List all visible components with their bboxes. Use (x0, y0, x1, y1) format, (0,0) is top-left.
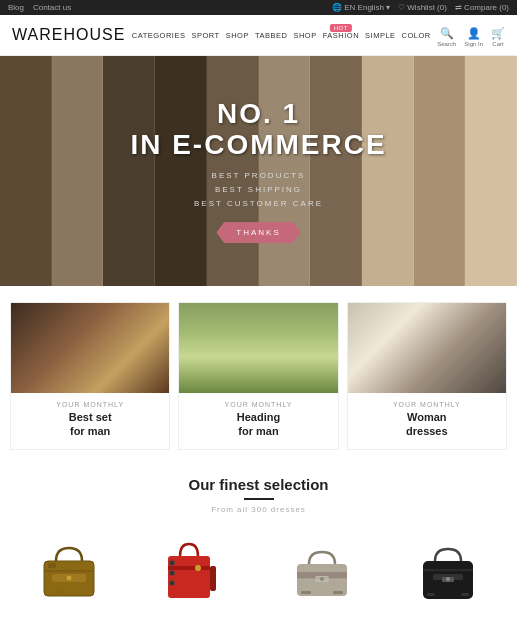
svg-point-12 (170, 570, 175, 575)
topbar-right: 🌐 EN English ▾ ♡ Wishlist (0) ⇌ Compare … (332, 3, 509, 12)
product-card-3[interactable]: Leather bag $40.00 (263, 526, 381, 620)
user-icon: 👤 (467, 27, 481, 39)
feature-card-1-body: Your monthly Best setfor man (11, 393, 169, 447)
svg-point-9 (195, 565, 201, 571)
hero-title: NO. 1 IN E-COMMERCE (0, 99, 517, 161)
hero-section: NO. 1 IN E-COMMERCE BEST PRODUCTS BEST S… (0, 56, 517, 286)
product-1-image: LV (10, 526, 128, 616)
feature-cards: Your monthly Best setfor man Your monthl… (10, 302, 507, 450)
product-card-2[interactable]: Leather bag $50.00 (136, 526, 254, 620)
finest-section: Our finest selection From all 300 dresse… (0, 466, 517, 620)
feature-card-3-image (348, 303, 506, 393)
nav-categories[interactable]: CATEGORIES (132, 31, 186, 40)
product-card-4[interactable]: Leather bag $50.00 (389, 526, 507, 620)
hero-title-line2: IN E-COMMERCE (0, 130, 517, 161)
language-selector[interactable]: 🌐 EN English ▾ (332, 3, 390, 12)
search-button[interactable]: 🔍 Search (437, 23, 456, 47)
hero-button[interactable]: THANKS (216, 222, 300, 243)
feature-card-1-title: Best setfor man (19, 410, 161, 439)
topbar-left: Blog Contact us (8, 3, 71, 12)
svg-rect-5 (48, 563, 56, 568)
main-nav: CATEGORIES SPORT SHOP TABBED SHOP HOT FA… (132, 31, 431, 40)
product-2-image (136, 526, 254, 616)
nav-tabbed[interactable]: TABBED (255, 31, 287, 40)
feature-card-3-title: Womandresses (356, 410, 498, 439)
svg-rect-8 (168, 566, 210, 570)
hero-sub-3: BEST CUSTOMER CARE (0, 197, 517, 211)
product-4-image (389, 526, 507, 616)
cart-button[interactable]: 🛒 Cart (491, 23, 505, 47)
hero-sub-1: BEST PRODUCTS (0, 169, 517, 183)
nav-simple[interactable]: SIMPLE (365, 31, 396, 40)
product-3-image (263, 526, 381, 616)
svg-rect-27 (461, 593, 469, 596)
svg-rect-19 (301, 591, 311, 594)
wishlist-link[interactable]: ♡ Wishlist (0) (398, 3, 447, 12)
finest-title: Our finest selection (10, 476, 507, 493)
nav-fashion[interactable]: HOT FASHION (323, 31, 359, 40)
feature-card-3[interactable]: Your monthly Womandresses (347, 302, 507, 450)
feature-card-1-image (11, 303, 169, 393)
svg-rect-20 (333, 591, 343, 594)
svg-point-11 (170, 560, 175, 565)
feature-card-2-title: Headingfor man (187, 410, 329, 439)
logo[interactable]: WAREHOUSE (12, 27, 125, 43)
hero-content: NO. 1 IN E-COMMERCE BEST PRODUCTS BEST S… (0, 99, 517, 243)
svg-text:LV: LV (56, 590, 63, 595)
signin-button[interactable]: 👤 Sign In (464, 23, 483, 47)
hot-badge: HOT (330, 24, 352, 32)
feature-card-1[interactable]: Your monthly Best setfor man (10, 302, 170, 450)
bag-2-svg (160, 536, 230, 606)
product-card-1[interactable]: LV Leather bag $60.00 (10, 526, 128, 620)
finest-divider (244, 498, 274, 500)
svg-point-17 (320, 577, 324, 581)
cart-icon: 🛒 (491, 27, 505, 39)
nav-shop2[interactable]: SHOP (293, 31, 316, 40)
search-icon: 🔍 (440, 27, 454, 39)
svg-point-3 (67, 575, 72, 580)
nav-shop1[interactable]: SHOP (226, 31, 249, 40)
finest-sub: From all 300 dresses (10, 505, 507, 514)
feature-card-3-body: Your monthly Womandresses (348, 393, 506, 447)
logo-part1: WARE (12, 26, 63, 43)
feature-card-2-body: Your monthly Headingfor man (179, 393, 337, 449)
hero-sub-2: BEST SHIPPING (0, 183, 517, 197)
header: WAREHOUSE CATEGORIES SPORT SHOP TABBED S… (0, 15, 517, 56)
nav-color[interactable]: COLOR (402, 31, 431, 40)
top-bar: Blog Contact us 🌐 EN English ▾ ♡ Wishlis… (0, 0, 517, 15)
contact-link[interactable]: Contact us (33, 3, 71, 12)
blog-link[interactable]: Blog (8, 3, 24, 12)
hero-subtitle: BEST PRODUCTS BEST SHIPPING BEST CUSTOME… (0, 169, 517, 212)
feature-card-2[interactable]: Your monthly Headingfor man (178, 302, 338, 450)
hero-title-line1: NO. 1 (0, 99, 517, 130)
product-grid: LV Leather bag $60.00 Leather b (10, 526, 507, 620)
logo-part2: HOUSE (63, 26, 125, 43)
feature-card-2-image (179, 303, 337, 393)
header-icons: 🔍 Search 👤 Sign In 🛒 Cart (437, 23, 505, 47)
svg-rect-26 (427, 593, 435, 596)
feature-card-2-sub: Your monthly (187, 401, 329, 408)
bag-1-svg: LV (34, 536, 104, 606)
bag-3-svg (287, 536, 357, 606)
nav-sport[interactable]: SPORT (191, 31, 219, 40)
svg-point-24 (446, 577, 450, 581)
feature-card-3-tag: Your monthly (356, 401, 498, 408)
feature-section: Your monthly Best setfor man Your monthl… (0, 286, 517, 466)
compare-link[interactable]: ⇌ Compare (0) (455, 3, 509, 12)
bag-4-svg (413, 536, 483, 606)
svg-point-13 (170, 580, 175, 585)
feature-card-1-tag: Your monthly (19, 401, 161, 408)
svg-rect-10 (210, 566, 216, 591)
